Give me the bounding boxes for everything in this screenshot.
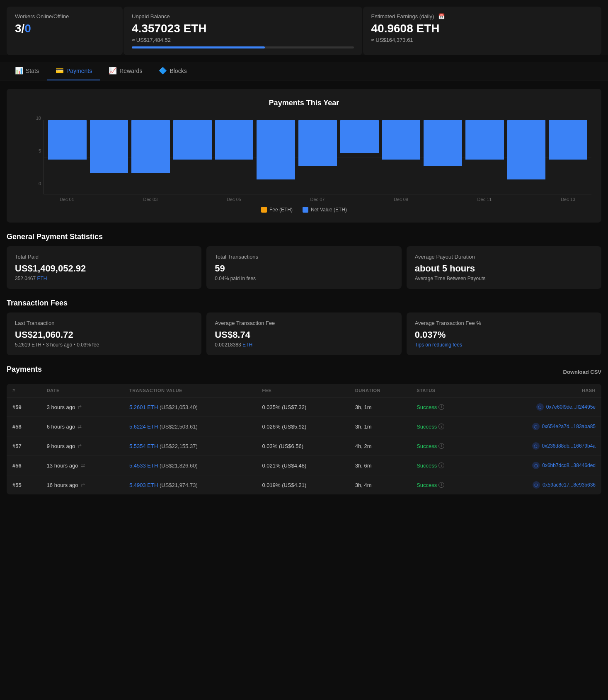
row-status: Successi: [411, 397, 476, 417]
swap-icon[interactable]: ⇄: [81, 482, 85, 488]
hash-value[interactable]: 0x654e2a7d...183aba85: [542, 424, 596, 429]
x-label-0: Dec 01: [48, 197, 86, 202]
swap-icon[interactable]: ⇄: [78, 443, 82, 449]
row-hash[interactable]: ⬡0x6bb7dcd8...38446ded: [476, 456, 601, 475]
x-label-9: [424, 197, 462, 202]
hash-icon: ⬡: [532, 423, 540, 430]
bar-group-9: [424, 120, 462, 194]
chart-bars: [44, 120, 591, 194]
avg-fee-pct-card: Average Transaction Fee % 0.037% Tips on…: [407, 312, 601, 355]
bar-2: [131, 120, 170, 173]
x-label-12: Dec 13: [549, 197, 587, 202]
row-hash[interactable]: ⬡0x7e60f9de...ff24495e: [476, 397, 601, 417]
row-hash[interactable]: ⬡0x654e2a7d...183aba85: [476, 417, 601, 436]
total-tx-label: Total Transactions: [215, 254, 393, 260]
last-tx-sub: 5.2619 ETH • 3 hours ago • 0.03% fee: [15, 342, 193, 348]
avg-fee-pct-value: 0.037%: [415, 329, 593, 340]
unpaid-balance-card: Unpaid Balance 4.357023 ETH ≈ US$17,484.…: [124, 7, 362, 55]
x-label-3: [173, 197, 211, 202]
rewards-icon: 📈: [109, 67, 117, 75]
avg-fee-value: US$8.74: [215, 329, 393, 340]
info-icon[interactable]: i: [438, 404, 444, 410]
hash-value[interactable]: 0x6bb7dcd8...38446ded: [542, 463, 596, 468]
col-num: #: [7, 384, 41, 397]
swap-icon[interactable]: ⇄: [78, 404, 82, 410]
avg-payout-label: Average Payout Duration: [415, 254, 593, 260]
total-paid-label: Total Paid: [15, 254, 193, 260]
hash-value[interactable]: 0x59ac8c17...8e93b636: [543, 482, 596, 488]
row-tx-value: 5.5354 ETH (US$22,155.37): [124, 436, 256, 456]
row-date: 9 hours ago⇄: [41, 436, 124, 456]
last-tx-card: Last Transaction US$21,060.72 5.2619 ETH…: [7, 312, 201, 355]
row-status: Successi: [411, 436, 476, 456]
row-num: #58: [7, 417, 41, 436]
hash-value[interactable]: 0x7e60f9de...ff24495e: [546, 404, 596, 410]
row-status: Successi: [411, 417, 476, 436]
bar-group-12: [549, 120, 587, 194]
row-hash[interactable]: ⬡0x236d88db...16679b4a: [476, 436, 601, 456]
avg-payout-value: about 5 hours: [415, 263, 593, 274]
row-fee: 0.03% (US$6.56): [256, 436, 349, 456]
col-fee: FEE: [256, 384, 349, 397]
bar-3: [173, 120, 212, 160]
bar-6: [298, 120, 337, 166]
bar-group-10: [465, 120, 504, 194]
bar-group-3: [173, 120, 212, 194]
row-fee: 0.021% (US$4.48): [256, 456, 349, 475]
tab-rewards-label: Rewards: [119, 68, 142, 74]
bar-12: [549, 120, 587, 160]
chart-title: Payments This Year: [17, 99, 591, 107]
calendar-icon[interactable]: 📅: [438, 13, 445, 19]
x-label-1: [90, 197, 128, 202]
tab-rewards[interactable]: 📈 Rewards: [100, 62, 150, 80]
legend-fee: Fee (ETH): [261, 207, 293, 213]
x-label-2: Dec 03: [131, 197, 170, 202]
legend-net-dot: [303, 207, 308, 213]
row-hash[interactable]: ⬡0x59ac8c17...8e93b636: [476, 475, 601, 495]
unpaid-usd: ≈ US$17,484.52: [132, 37, 354, 43]
info-icon[interactable]: i: [438, 482, 444, 488]
payments-title: Payments: [7, 365, 42, 374]
tab-payments[interactable]: 💳 Payments: [47, 62, 100, 80]
status-text: Success: [417, 463, 437, 469]
row-fee: 0.035% (US$7.32): [256, 397, 349, 417]
tips-link[interactable]: Tips on reducing fees: [415, 342, 593, 348]
download-csv-button[interactable]: Download CSV: [563, 369, 601, 375]
info-icon[interactable]: i: [438, 463, 444, 468]
estimated-value: 40.9608 ETH: [371, 22, 593, 35]
row-date: 3 hours ago⇄: [41, 397, 124, 417]
legend-net-label: Net Value (ETH): [311, 207, 347, 213]
total-tx-value: 59: [215, 263, 393, 274]
x-label-4: Dec 05: [215, 197, 253, 202]
row-date: 6 hours ago⇄: [41, 417, 124, 436]
table-row: #586 hours ago⇄5.6224 ETH (US$22,503.61)…: [7, 417, 601, 436]
bar-4: [215, 120, 254, 160]
tab-blocks-label: Blocks: [170, 68, 187, 74]
x-label-8: Dec 09: [382, 197, 420, 202]
swap-icon[interactable]: ⇄: [78, 424, 82, 429]
row-duration: 3h, 6m: [349, 456, 411, 475]
payments-table: # DATE TRANSACTION VALUE FEE DURATION ST…: [7, 384, 601, 494]
y-label-10: 10: [36, 116, 44, 121]
legend-fee-dot: [261, 207, 267, 213]
row-tx-value: 5.2601 ETH (US$21,053.40): [124, 397, 256, 417]
hash-icon: ⬡: [532, 442, 540, 450]
col-tx-value: TRANSACTION VALUE: [124, 384, 256, 397]
col-hash: HASH: [476, 384, 601, 397]
payments-table-header-row: # DATE TRANSACTION VALUE FEE DURATION ST…: [7, 384, 601, 397]
tab-blocks[interactable]: 🔷 Blocks: [150, 62, 195, 80]
avg-payout-sub: Average Time Between Payouts: [415, 276, 593, 281]
tab-stats[interactable]: 📊 Stats: [7, 62, 47, 80]
swap-icon[interactable]: ⇄: [81, 463, 85, 468]
hash-value[interactable]: 0x236d88db...16679b4a: [542, 443, 596, 449]
last-tx-value: US$21,060.72: [15, 329, 193, 340]
x-label-6: Dec 07: [298, 197, 337, 202]
unpaid-progress-fill: [132, 46, 265, 48]
tabs-bar: 📊 Stats 💳 Payments 📈 Rewards 🔷 Blocks: [0, 62, 608, 80]
info-icon[interactable]: i: [438, 424, 444, 429]
info-icon[interactable]: i: [438, 443, 444, 449]
row-duration: 3h, 1m: [349, 397, 411, 417]
workers-online: 3/: [15, 22, 24, 35]
bar-9: [424, 120, 462, 166]
bar-1: [90, 120, 128, 173]
